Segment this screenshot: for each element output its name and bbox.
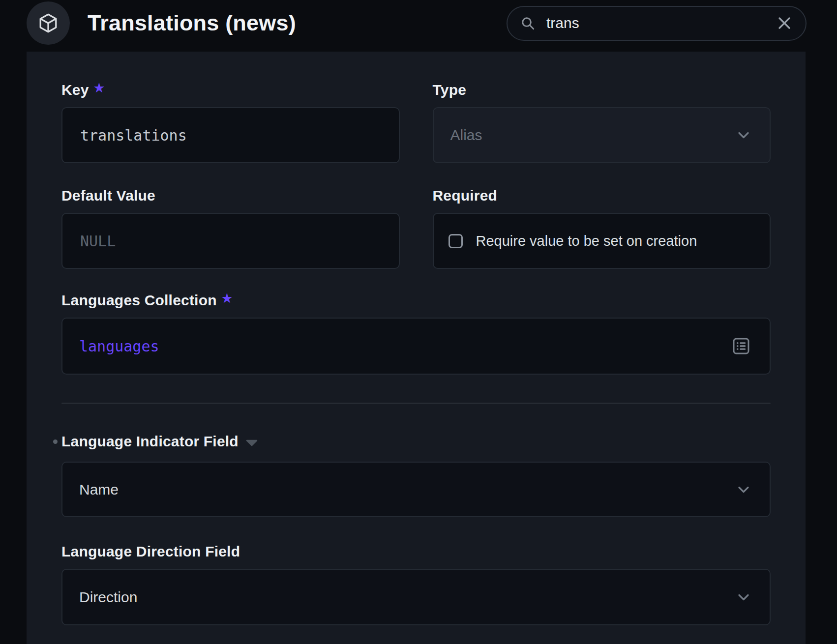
search-icon (520, 16, 536, 31)
required-star-icon: ★ (222, 292, 233, 305)
languages-collection-input[interactable]: languages (61, 318, 771, 375)
clear-search-icon[interactable] (777, 16, 792, 30)
form-panel: Key ★ Type Alias (27, 52, 806, 644)
list-icon[interactable] (731, 336, 751, 356)
drawer-header: Translations (news) (0, 0, 837, 52)
required-checkbox[interactable] (448, 234, 463, 248)
language-direction-label: Language Direction Field (61, 543, 771, 560)
field-required: Required Require value to be set on crea… (433, 187, 771, 269)
language-indicator-value: Name (79, 481, 736, 498)
type-value: Alias (450, 127, 737, 144)
required-label: Required (433, 187, 771, 205)
page-title: Translations (news) (88, 10, 507, 36)
required-checkbox-label[interactable]: Require value to be set on creation (476, 233, 697, 249)
type-select[interactable]: Alias (433, 107, 771, 163)
language-direction-value: Direction (79, 589, 736, 606)
key-input-box (61, 107, 400, 163)
type-label: Type (433, 81, 771, 99)
field-detail-drawer: Translations (news) Key (0, 0, 837, 644)
edited-dot-icon (53, 439, 58, 444)
search-input[interactable] (545, 14, 777, 32)
languages-collection-label: Languages Collection ★ (61, 292, 771, 309)
avatar (27, 1, 70, 45)
default-value-input[interactable] (79, 232, 380, 250)
field-type: Type Alias (433, 81, 771, 163)
language-indicator-label[interactable]: Language Indicator Field (61, 433, 771, 450)
field-languages-collection: Languages Collection ★ languages (61, 292, 771, 375)
search-box[interactable] (507, 6, 807, 41)
languages-collection-value: languages (79, 338, 731, 355)
field-language-indicator: Language Indicator Field Name (61, 433, 771, 517)
key-input[interactable] (79, 126, 380, 145)
default-value-label: Default Value (61, 187, 400, 205)
key-label: Key ★ (61, 81, 400, 99)
field-language-direction: Language Direction Field Direction (61, 543, 771, 625)
language-direction-select[interactable]: Direction (61, 569, 771, 625)
required-star-icon: ★ (94, 81, 105, 95)
chevron-down-icon (736, 590, 751, 605)
section-divider (61, 403, 771, 404)
cube-icon (37, 12, 60, 34)
field-key: Key ★ (61, 81, 400, 163)
language-indicator-select[interactable]: Name (61, 462, 771, 517)
required-checkbox-box: Require value to be set on creation (433, 213, 771, 269)
default-value-input-box (61, 213, 400, 269)
field-default-value: Default Value (61, 187, 400, 269)
context-menu-triangle-icon[interactable] (246, 439, 258, 446)
chevron-down-icon (736, 128, 751, 143)
chevron-down-icon (736, 482, 751, 497)
